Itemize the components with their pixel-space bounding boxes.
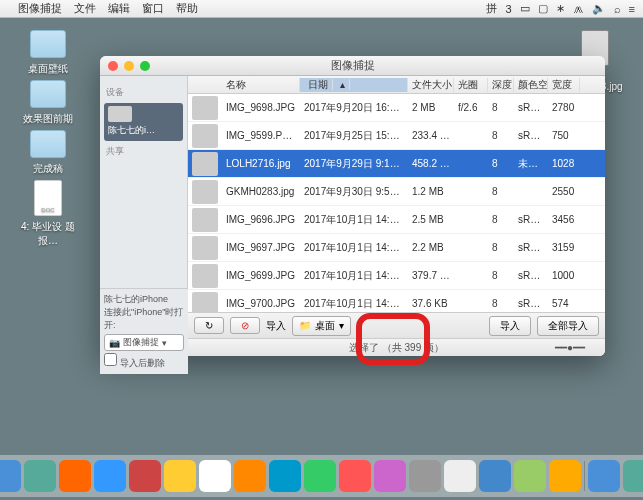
dock-app[interactable] — [269, 460, 301, 492]
cell-colorspace: sRGB — [514, 242, 548, 253]
wifi-icon[interactable]: ⩕ — [573, 3, 584, 15]
destination-value: 桌面 — [315, 319, 335, 333]
table-row[interactable]: IMG_9700.JPG2017年10月1日 14:15:4837.6 KB8s… — [188, 290, 605, 312]
close-button[interactable] — [108, 61, 118, 71]
dock-app[interactable] — [129, 460, 161, 492]
cell-name: LOLH2716.jpg — [222, 158, 300, 169]
folder-icon — [30, 30, 66, 58]
airplay-icon[interactable]: ▢ — [538, 2, 548, 15]
cell-date: 2017年9月20日 16:32:41 — [300, 101, 408, 115]
dock-app[interactable] — [339, 460, 371, 492]
menu-help[interactable]: 帮助 — [176, 1, 198, 16]
dock-app[interactable] — [0, 460, 21, 492]
dock-app[interactable] — [199, 460, 231, 492]
dock-app[interactable] — [59, 460, 91, 492]
statusbar: 选择了 （共 399 项） ━━●━━ — [188, 338, 605, 356]
col-aperture[interactable]: 光圈 — [454, 78, 488, 92]
menubar-right: 拼 3 ▭ ▢ ∗ ⩕ 🔈 ⌕ ≡ — [486, 1, 635, 16]
checkbox[interactable] — [104, 353, 117, 366]
volume-icon[interactable]: 🔈 — [592, 2, 606, 15]
desktop-folder[interactable]: 完成稿 — [18, 130, 78, 176]
connected-device: 陈七七的iPhone — [104, 293, 184, 306]
cell-depth: 8 — [488, 242, 514, 253]
thumbnail — [192, 236, 218, 260]
dock-app[interactable] — [514, 460, 546, 492]
import-button[interactable]: 导入 — [489, 316, 531, 336]
table-row[interactable]: IMG_9698.JPG2017年9月20日 16:32:412 MBf/2.6… — [188, 94, 605, 122]
dock-app[interactable] — [24, 460, 56, 492]
destination-dropdown[interactable]: 📁 桌面 ▾ — [292, 316, 351, 336]
col-name[interactable]: 名称 — [222, 78, 300, 92]
cell-width: 3159 — [548, 242, 580, 253]
doc-icon: DOC — [34, 180, 62, 216]
dock-app[interactable] — [549, 460, 581, 492]
dock-app[interactable] — [588, 460, 620, 492]
battery-icon[interactable]: ▭ — [520, 2, 530, 15]
app-menu[interactable]: 图像捕捉 — [18, 1, 62, 16]
titlebar[interactable]: 图像捕捉 — [100, 56, 605, 76]
open-with-dropdown[interactable]: 📷图像捕捉▾ — [104, 334, 184, 351]
menu-file[interactable]: 文件 — [74, 1, 96, 16]
menu-window[interactable]: 窗口 — [142, 1, 164, 16]
table-row[interactable]: IMG_9697.JPG2017年10月1日 14:03:582.2 MB8sR… — [188, 234, 605, 262]
sidebar-heading-devices: 设备 — [106, 86, 181, 99]
dock-app[interactable] — [374, 460, 406, 492]
rotate-button[interactable]: ↻ — [194, 317, 224, 334]
table-body[interactable]: IMG_9698.JPG2017年9月20日 16:32:412 MBf/2.6… — [188, 94, 605, 312]
input-method-icon[interactable]: 拼 — [486, 1, 497, 16]
cell-colorspace: sRGB — [514, 270, 548, 281]
dock-app[interactable] — [164, 460, 196, 492]
menu-edit[interactable]: 编辑 — [108, 1, 130, 16]
status-count: （共 399 项） — [382, 341, 444, 355]
delete-after-checkbox[interactable]: 导入后删除 — [104, 358, 165, 368]
table-row[interactable]: IMG_9699.JPG2017年10月1日 14:08:09379.7 KB8… — [188, 262, 605, 290]
cell-width: 1028 — [548, 158, 580, 169]
dock-app[interactable] — [479, 460, 511, 492]
desktop-folder[interactable]: 桌面壁纸 — [18, 30, 78, 76]
dock-app[interactable] — [444, 460, 476, 492]
search-icon[interactable]: ⌕ — [614, 3, 621, 15]
desktop-folder[interactable]: 效果图前期 — [18, 80, 78, 126]
table-row[interactable]: LOLH2716.jpg2017年9月29日 9:16:36458.2 KB8未… — [188, 150, 605, 178]
badge-count: 3 — [505, 3, 511, 15]
cell-aperture: f/2.6 — [454, 102, 488, 113]
cell-colorspace: sRGB — [514, 214, 548, 225]
col-colorspace[interactable]: 颜色空间 — [514, 78, 548, 92]
main-panel: 名称 日期 ▴ 文件大小 光圈 深度 颜色空间 宽度 IMG_9698.JPG2… — [188, 76, 605, 356]
table-row[interactable]: IMG_9696.JPG2017年10月1日 14:03:462.5 MB8sR… — [188, 206, 605, 234]
dock-app[interactable] — [94, 460, 126, 492]
delete-button[interactable]: ⊘ — [230, 317, 260, 334]
cell-colorspace: sRGB — [514, 102, 548, 113]
chevron-down-icon: ▾ — [162, 338, 167, 348]
import-to-label: 导入 — [266, 319, 286, 333]
connect-open-label: 连接此"iPhone"时打开: — [104, 306, 184, 332]
table-row[interactable]: GKMH0283.jpg2017年9月30日 9:50:331.2 MB8255… — [188, 178, 605, 206]
folder-icon: 📁 — [299, 320, 311, 331]
desktop-icon-label: 完成稿 — [18, 162, 78, 176]
col-size[interactable]: 文件大小 — [408, 78, 454, 92]
dock-app[interactable] — [234, 460, 266, 492]
dock-app[interactable] — [409, 460, 441, 492]
zoom-button[interactable] — [140, 61, 150, 71]
col-date[interactable]: 日期 ▴ — [300, 78, 408, 92]
cell-depth: 8 — [488, 270, 514, 281]
col-width[interactable]: 宽度 — [548, 78, 580, 92]
cell-colorspace: sRGB — [514, 298, 548, 309]
device-name: 陈七七的i… — [108, 125, 155, 135]
minimize-button[interactable] — [124, 61, 134, 71]
dock-app[interactable] — [623, 460, 644, 492]
dock-app[interactable] — [304, 460, 336, 492]
notifications-icon[interactable]: ≡ — [629, 3, 635, 15]
table-row[interactable]: IMG_9599.PNG2017年9月25日 15:19:47233.4 KB8… — [188, 122, 605, 150]
bluetooth-icon[interactable]: ∗ — [556, 2, 565, 15]
zoom-slider[interactable]: ━━●━━ — [555, 342, 585, 353]
cell-name: IMG_9599.PNG — [222, 130, 300, 141]
desktop-doc[interactable]: DOC4: 毕业设 题报… — [18, 180, 78, 248]
cell-date: 2017年10月1日 14:15:48 — [300, 297, 408, 311]
import-all-button[interactable]: 全部导入 — [537, 316, 599, 336]
cell-size: 2 MB — [408, 102, 454, 113]
thumbnail — [192, 96, 218, 120]
col-depth[interactable]: 深度 — [488, 78, 514, 92]
sidebar-device[interactable]: 陈七七的i… — [104, 103, 183, 141]
sidebar-heading-shared: 共享 — [106, 145, 181, 158]
